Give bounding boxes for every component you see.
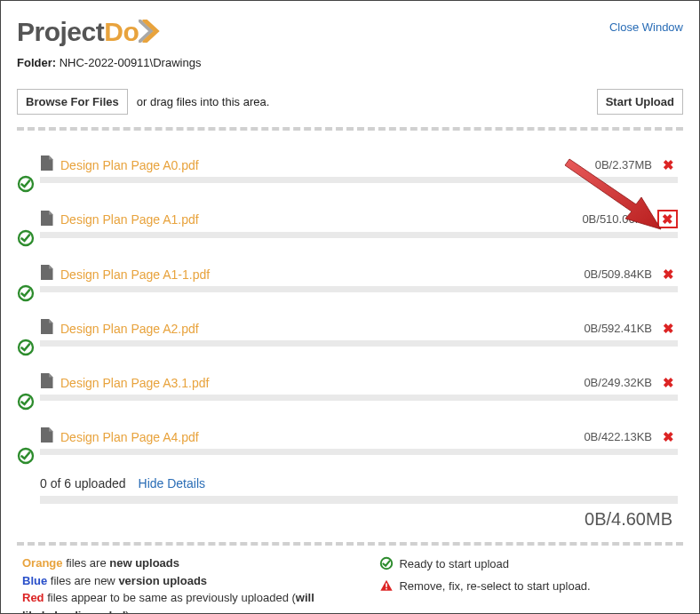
- browse-files-button[interactable]: Browse For Files: [17, 89, 128, 115]
- file-size: 0B/592.41KB: [584, 322, 652, 335]
- check-circle-icon: [379, 556, 394, 577]
- remove-file-icon[interactable]: ✖: [659, 430, 678, 443]
- svg-rect-8: [386, 588, 388, 590]
- file-icon: [40, 211, 53, 228]
- check-circle-icon: [17, 393, 35, 411]
- folder-path: NHC-2022-00911\Drawings: [60, 56, 202, 69]
- file-list: Design Plan Page A0.pdf0B/2.37MB✖Design …: [17, 155, 683, 455]
- file-row: Design Plan Page A1-1.pdf0B/509.84KB✖: [22, 265, 678, 292]
- logo-text-2: Do: [104, 17, 139, 46]
- legend-colors: Orange files are new uploads Blue files …: [22, 554, 335, 614]
- app-logo: ProjectDo: [17, 17, 165, 47]
- file-row: Design Plan Page A4.pdf0B/422.13KB✖: [22, 427, 678, 455]
- svg-rect-7: [386, 583, 388, 586]
- remove-file-icon[interactable]: ✖: [657, 210, 678, 228]
- remove-file-icon[interactable]: ✖: [659, 322, 678, 335]
- divider-top: [17, 127, 683, 131]
- upload-count: 0 of 6 uploaded: [40, 476, 126, 490]
- file-progress-bar: [40, 286, 678, 292]
- drag-hint: or drag files into this area.: [137, 95, 270, 108]
- file-progress-bar: [40, 177, 678, 183]
- legend-blue: Blue files are new version uploads: [22, 572, 335, 590]
- file-progress-bar: [40, 232, 678, 238]
- file-row: Design Plan Page A0.pdf0B/2.37MB✖: [22, 155, 678, 183]
- file-line: Design Plan Page A1.pdf0B/510.06KB✖: [22, 210, 678, 228]
- file-progress-bar: [40, 340, 678, 347]
- divider-bottom: [17, 542, 683, 546]
- warning-triangle-icon: [379, 578, 394, 599]
- upload-summary: 0 of 6 uploaded Hide Details 0B/4.60MB: [17, 476, 683, 530]
- remove-file-icon[interactable]: ✖: [659, 376, 678, 389]
- file-line: Design Plan Page A2.pdf0B/592.41KB✖: [22, 319, 678, 337]
- check-circle-icon: [17, 447, 35, 465]
- legend-warn: Remove, fix, re-select to start upload.: [379, 577, 678, 599]
- file-icon: [40, 373, 53, 391]
- file-name[interactable]: Design Plan Page A1-1.pdf: [60, 267, 584, 282]
- check-circle-icon: [17, 284, 35, 302]
- file-line: Design Plan Page A3.1.pdf0B/249.32KB✖: [22, 373, 678, 391]
- legend-red: Red files appear to be same as previousl…: [22, 589, 335, 614]
- controls-row: Browse For Files or drag files into this…: [17, 89, 683, 115]
- hide-details-link[interactable]: Hide Details: [139, 476, 205, 490]
- remove-file-icon[interactable]: ✖: [659, 158, 678, 171]
- legend-orange: Orange files are new uploads: [22, 554, 335, 572]
- file-line: Design Plan Page A1-1.pdf0B/509.84KB✖: [22, 265, 678, 283]
- file-line: Design Plan Page A0.pdf0B/2.37MB✖: [22, 155, 678, 173]
- file-icon: [40, 427, 53, 445]
- file-row: Design Plan Page A1.pdf0B/510.06KB✖: [22, 210, 678, 238]
- check-circle-icon: [17, 229, 35, 247]
- file-row: Design Plan Page A2.pdf0B/592.41KB✖: [22, 319, 678, 347]
- file-row: Design Plan Page A3.1.pdf0B/249.32KB✖: [22, 373, 678, 401]
- total-size: 0B/4.60MB: [22, 509, 678, 530]
- legend-ready: Ready to start upload: [379, 554, 678, 577]
- file-size: 0B/249.32KB: [584, 376, 652, 389]
- start-upload-button[interactable]: Start Upload: [597, 89, 683, 115]
- check-circle-icon: [17, 175, 35, 193]
- upload-window: ProjectDo Close Window Folder: NHC-2022-…: [0, 0, 700, 614]
- file-size: 0B/2.37MB: [595, 158, 652, 171]
- close-window-link[interactable]: Close Window: [609, 17, 683, 34]
- file-name[interactable]: Design Plan Page A3.1.pdf: [60, 375, 584, 390]
- file-size: 0B/509.84KB: [584, 267, 652, 281]
- logo-x-icon: [139, 20, 165, 43]
- file-size: 0B/510.06KB: [582, 212, 650, 226]
- check-circle-icon: [17, 339, 35, 356]
- file-size: 0B/422.13KB: [584, 430, 652, 443]
- folder-path-row: Folder: NHC-2022-00911\Drawings: [17, 56, 683, 69]
- file-progress-bar: [40, 449, 678, 455]
- folder-label: Folder:: [17, 56, 56, 69]
- file-name[interactable]: Design Plan Page A2.pdf: [60, 321, 584, 336]
- file-icon: [40, 265, 53, 283]
- file-name[interactable]: Design Plan Page A4.pdf: [60, 429, 584, 444]
- legend: Orange files are new uploads Blue files …: [17, 554, 683, 614]
- summary-line: 0 of 6 uploaded Hide Details: [40, 476, 678, 490]
- legend-status: Ready to start upload Remove, fix, re-se…: [379, 554, 678, 614]
- remove-file-icon[interactable]: ✖: [659, 267, 678, 281]
- logo-text-1: Project: [17, 17, 104, 46]
- file-icon: [40, 319, 53, 337]
- file-name[interactable]: Design Plan Page A1.pdf: [60, 211, 582, 227]
- top-bar: ProjectDo Close Window: [17, 17, 683, 47]
- left-controls: Browse For Files or drag files into this…: [17, 89, 269, 115]
- file-line: Design Plan Page A4.pdf0B/422.13KB✖: [22, 427, 678, 445]
- file-name[interactable]: Design Plan Page A0.pdf: [60, 157, 595, 172]
- file-progress-bar: [40, 395, 678, 401]
- total-progress-bar: [40, 496, 678, 504]
- file-icon: [40, 155, 53, 173]
